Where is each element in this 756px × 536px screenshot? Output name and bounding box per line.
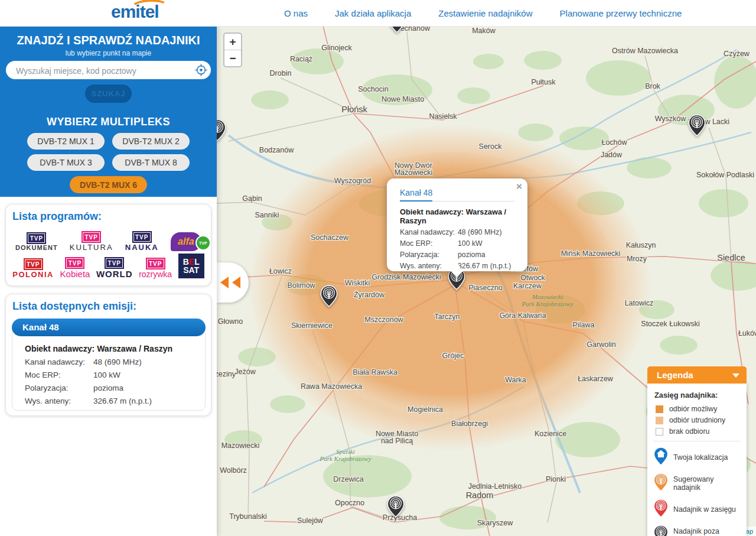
- transmitter-marker-icon[interactable]: [217, 119, 226, 144]
- transmitter-marker-icon[interactable]: [388, 26, 406, 35]
- search-input[interactable]: [15, 61, 191, 80]
- alfa-logo: alfa TVP: [171, 232, 201, 251]
- map-town-label: Ostrów Mazowiecka: [612, 47, 678, 55]
- panel-title: ZNAJDŹ I SPRAWDŹ NADAJNIKI: [0, 26, 217, 47]
- zoom-out-button[interactable]: −: [224, 50, 241, 66]
- map-town-label: Mszczonów: [364, 316, 403, 324]
- legend-label: Nadajnik w zasięgu: [673, 505, 736, 514]
- transmitter-marker-icon[interactable]: [688, 114, 706, 139]
- panel-subtitle: lub wybierz punkt na mapie: [0, 49, 217, 57]
- map-town-label: Góra Kalwaria: [499, 311, 546, 320]
- map-town-label: Skierniewice: [291, 321, 333, 330]
- map-town-label: Sochocin: [358, 85, 388, 93]
- channel-logo: BELSAT: [178, 254, 204, 278]
- map-town-label: Pionki: [546, 475, 566, 483]
- popup-transmitter-title: Obiekt nadawczy: Warszawa / Raszyn: [400, 207, 527, 225]
- map-town-label: Garwolin: [586, 340, 615, 349]
- legend-header[interactable]: Legenda: [647, 366, 747, 384]
- map-town-label: Łochów: [601, 138, 627, 147]
- mux-heading: WYBIERZ MULTIPLEKS: [0, 116, 217, 128]
- mux-button[interactable]: DVB-T2 MUX 2: [112, 133, 190, 150]
- tvp-badge: TVP: [195, 235, 211, 251]
- nav-link[interactable]: O nas: [284, 8, 308, 18]
- nav-link[interactable]: Planowane przerwy techniczne: [560, 8, 682, 18]
- mux-button[interactable]: DVB-T MUX 8: [112, 154, 190, 171]
- emissions-card: Lista dostępnych emisji: Kanał 48 Obiekt…: [5, 294, 211, 416]
- channel-name: POLONIA: [12, 271, 54, 278]
- transmitter-marker-icon[interactable]: [387, 495, 405, 520]
- nav-link[interactable]: Zestawienie nadajników: [438, 8, 532, 18]
- programs-heading: Lista programów:: [6, 204, 211, 224]
- map-town-label: Radom: [466, 490, 494, 500]
- map-town-label: Karczew: [513, 282, 542, 290]
- popup-tabs: Kanał 48: [400, 188, 514, 202]
- close-icon[interactable]: ×: [516, 181, 522, 193]
- legend-marker-item: Twoja lokalizacja: [653, 447, 741, 468]
- locate-target-icon[interactable]: [194, 63, 208, 77]
- channel-logo: TVPWORLD: [96, 257, 133, 278]
- channel-name: DOKUMENT: [15, 245, 58, 251]
- map-town-label: Pułtusk: [532, 78, 556, 86]
- transmitter-marker-icon[interactable]: [320, 285, 338, 310]
- popup-details-rows: Kanał nadawczy:48 (690 MHz)Moc ERP:100 k…: [400, 228, 527, 270]
- map-town-label: Mazowiecki: [221, 441, 260, 450]
- map-town-label: Stoczek Łukowski: [641, 320, 699, 328]
- map-town-label: Bodzanów: [259, 146, 294, 154]
- channel-logo: TVPNAUKA: [125, 231, 159, 251]
- legend-range-item: brak odbioru: [653, 427, 741, 436]
- nav-link[interactable]: Jak działa aplikacja: [335, 8, 411, 18]
- legend-label: brak odbioru: [669, 427, 709, 436]
- map-town-label: Piaseczno: [468, 284, 503, 292]
- search-box: [6, 61, 211, 79]
- map-town-label: Serock: [479, 142, 503, 151]
- channel-logo: TVPKULTURA: [70, 231, 113, 251]
- emission-details-box: Obiekt nadawczy: Warszawa / Raszyn Kanał…: [12, 327, 206, 411]
- channels-row-2: TVPPOLONIATVPKobietaTVPWORLDTVProzrywka …: [6, 251, 211, 278]
- map-town-label: Warka: [505, 376, 526, 384]
- popup-tab-channel[interactable]: Kanał 48: [400, 188, 432, 202]
- legend: Legenda Zasięg nadajnika: odbiór możliwy…: [647, 366, 747, 536]
- channel-name: WORLD: [96, 269, 133, 278]
- detail-row: Kanał nadawczy:48 (690 MHz): [400, 228, 527, 236]
- map-town-label: Brok: [645, 82, 660, 90]
- map-town-label: Nasielsk: [429, 112, 457, 121]
- antenna-pin-icon: [653, 473, 669, 494]
- map-town-label: Wolbórz: [220, 466, 247, 475]
- map-town-label: Otwock: [520, 274, 545, 282]
- legend-marker-item: Nadajnik w zasięgu: [653, 499, 741, 520]
- map-town-label: Latowicz: [625, 299, 654, 307]
- map-town-label: Gąbin: [242, 194, 262, 203]
- legend-label: odbiór możliwy: [669, 405, 717, 413]
- map-town-label: Jadów: [601, 151, 623, 159]
- search-button[interactable]: SZUKAJ: [85, 85, 132, 103]
- transmitter-popup: × Kanał 48 Obiekt nadawczy: Warszawa / R…: [387, 178, 527, 271]
- emission-details-rows: Kanał nadawczy:48 (690 MHz)Moc ERP:100 k…: [25, 358, 205, 405]
- map-town-label: Siedlce: [717, 253, 745, 262]
- map-town-label: Nowe Miasto: [382, 95, 424, 103]
- map-town-label: Wyszków: [655, 115, 687, 123]
- map-town-label: Tarczyn: [434, 313, 460, 321]
- top-nav: O nasJak działa aplikacjaZestawienie nad…: [284, 0, 682, 26]
- emission-channel-pill[interactable]: Kanał 48: [12, 319, 206, 336]
- chevron-down-icon: [732, 373, 739, 378]
- home-pin-icon: [653, 447, 669, 468]
- channel-logo: TVPPOLONIA: [12, 258, 54, 278]
- mux-button[interactable]: DVB-T2 MUX 1: [27, 133, 105, 150]
- mux-button-grid: DVB-T2 MUX 1DVB-T2 MUX 2DVB-T MUX 3DVB-T…: [26, 133, 191, 171]
- map-town-label: Sokołów Podlaski: [696, 171, 754, 179]
- detail-row: Polaryzacja:pozioma: [400, 251, 527, 259]
- map-canvas[interactable]: GlinojeckRaciążDrobinCiechanówMakówSocho…: [217, 26, 756, 536]
- legend-body: Zasięg nadajnika: odbiór możliwyodbiór u…: [647, 384, 747, 536]
- emitel-logo[interactable]: emitel: [111, 2, 159, 22]
- zoom-in-button[interactable]: +: [224, 34, 241, 50]
- map-town-label: Sanniki: [255, 211, 279, 219]
- tvp-badge: TVP: [82, 231, 101, 243]
- mux-button[interactable]: DVB-T2 MUX 6: [70, 176, 147, 193]
- map-town-label: Opoczno: [335, 499, 364, 507]
- tvp-badge: TVP: [24, 258, 43, 270]
- emissions-heading: Lista dostępnych emisji:: [6, 294, 211, 314]
- map-town-label: Biała Rawska: [353, 368, 397, 376]
- legend-title: Legenda: [657, 370, 693, 380]
- legend-label: Nadajnik poza zasięgiem: [673, 527, 741, 536]
- mux-button[interactable]: DVB-T MUX 3: [27, 154, 105, 171]
